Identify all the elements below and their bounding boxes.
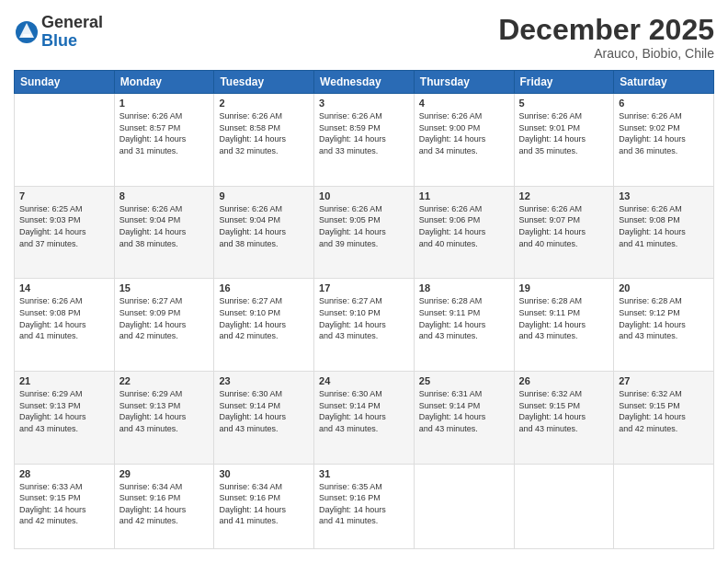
cell-info: Sunrise: 6:27 AM Sunset: 9:09 PM Dayligh… bbox=[119, 295, 210, 341]
cell-info: Sunrise: 6:26 AM Sunset: 9:08 PM Dayligh… bbox=[19, 295, 109, 341]
day-number: 4 bbox=[419, 98, 509, 109]
table-row: 2Sunrise: 6:26 AM Sunset: 8:58 PM Daylig… bbox=[214, 94, 314, 187]
header-tuesday: Tuesday bbox=[214, 71, 314, 94]
table-row: 23Sunrise: 6:30 AM Sunset: 9:14 PM Dayli… bbox=[214, 372, 314, 465]
day-number: 26 bbox=[519, 375, 609, 386]
day-number: 11 bbox=[419, 190, 509, 201]
day-number: 15 bbox=[119, 282, 210, 293]
cell-info: Sunrise: 6:29 AM Sunset: 9:13 PM Dayligh… bbox=[119, 388, 210, 434]
logo-text: General Blue bbox=[41, 14, 103, 51]
cell-info: Sunrise: 6:31 AM Sunset: 9:14 PM Dayligh… bbox=[419, 388, 509, 434]
day-number: 22 bbox=[119, 375, 210, 386]
table-row: 4Sunrise: 6:26 AM Sunset: 9:00 PM Daylig… bbox=[414, 94, 514, 187]
cell-info: Sunrise: 6:26 AM Sunset: 9:00 PM Dayligh… bbox=[419, 110, 509, 156]
table-row: 28Sunrise: 6:33 AM Sunset: 9:15 PM Dayli… bbox=[15, 464, 115, 548]
day-number: 18 bbox=[419, 282, 509, 293]
header-saturday: Saturday bbox=[614, 71, 714, 94]
day-number: 13 bbox=[619, 190, 709, 201]
table-row: 25Sunrise: 6:31 AM Sunset: 9:14 PM Dayli… bbox=[414, 372, 514, 465]
day-number: 17 bbox=[319, 282, 409, 293]
cell-info: Sunrise: 6:26 AM Sunset: 8:57 PM Dayligh… bbox=[119, 110, 210, 156]
cell-info: Sunrise: 6:26 AM Sunset: 9:02 PM Dayligh… bbox=[619, 110, 709, 156]
table-row: 31Sunrise: 6:35 AM Sunset: 9:16 PM Dayli… bbox=[314, 464, 415, 548]
day-number: 23 bbox=[219, 375, 309, 386]
day-number: 14 bbox=[19, 282, 109, 293]
logo-general: General bbox=[41, 13, 103, 31]
location-subtitle: Arauco, Biobio, Chile bbox=[498, 46, 714, 61]
cell-info: Sunrise: 6:35 AM Sunset: 9:16 PM Dayligh… bbox=[319, 481, 409, 527]
table-row: 18Sunrise: 6:28 AM Sunset: 9:11 PM Dayli… bbox=[414, 279, 514, 372]
cell-info: Sunrise: 6:33 AM Sunset: 9:15 PM Dayligh… bbox=[19, 481, 109, 527]
day-number: 8 bbox=[119, 190, 210, 201]
cell-info: Sunrise: 6:26 AM Sunset: 8:58 PM Dayligh… bbox=[219, 110, 309, 156]
table-row: 13Sunrise: 6:26 AM Sunset: 9:08 PM Dayli… bbox=[614, 186, 714, 279]
cell-info: Sunrise: 6:32 AM Sunset: 9:15 PM Dayligh… bbox=[619, 388, 709, 434]
day-number: 5 bbox=[519, 98, 609, 109]
day-number: 20 bbox=[619, 282, 709, 293]
header-thursday: Thursday bbox=[414, 71, 514, 94]
cell-info: Sunrise: 6:28 AM Sunset: 9:11 PM Dayligh… bbox=[519, 295, 609, 341]
day-number: 10 bbox=[319, 190, 409, 201]
table-row: 1Sunrise: 6:26 AM Sunset: 8:57 PM Daylig… bbox=[114, 94, 214, 187]
day-number: 28 bbox=[19, 468, 109, 479]
cell-info: Sunrise: 6:30 AM Sunset: 9:14 PM Dayligh… bbox=[219, 388, 309, 434]
table-row: 6Sunrise: 6:26 AM Sunset: 9:02 PM Daylig… bbox=[614, 94, 714, 187]
table-row: 12Sunrise: 6:26 AM Sunset: 9:07 PM Dayli… bbox=[514, 186, 614, 279]
day-number: 9 bbox=[219, 190, 309, 201]
cell-info: Sunrise: 6:26 AM Sunset: 9:07 PM Dayligh… bbox=[519, 203, 609, 249]
cell-info: Sunrise: 6:26 AM Sunset: 9:01 PM Dayligh… bbox=[519, 110, 609, 156]
table-row: 8Sunrise: 6:26 AM Sunset: 9:04 PM Daylig… bbox=[114, 186, 214, 279]
logo-icon bbox=[14, 19, 40, 45]
cell-info: Sunrise: 6:34 AM Sunset: 9:16 PM Dayligh… bbox=[219, 481, 309, 527]
cell-info: Sunrise: 6:28 AM Sunset: 9:12 PM Dayligh… bbox=[619, 295, 709, 341]
cell-info: Sunrise: 6:25 AM Sunset: 9:03 PM Dayligh… bbox=[19, 203, 109, 249]
day-number: 31 bbox=[319, 468, 409, 479]
table-row: 22Sunrise: 6:29 AM Sunset: 9:13 PM Dayli… bbox=[114, 372, 214, 465]
table-row bbox=[514, 464, 614, 548]
table-row: 17Sunrise: 6:27 AM Sunset: 9:10 PM Dayli… bbox=[314, 279, 415, 372]
day-number: 2 bbox=[219, 98, 309, 109]
calendar-page: General Blue December 2025 Arauco, Biobi… bbox=[0, 0, 728, 563]
cell-info: Sunrise: 6:27 AM Sunset: 9:10 PM Dayligh… bbox=[219, 295, 309, 341]
cell-info: Sunrise: 6:26 AM Sunset: 9:05 PM Dayligh… bbox=[319, 203, 409, 249]
day-number: 25 bbox=[419, 375, 509, 386]
table-row bbox=[614, 464, 714, 548]
page-header: General Blue December 2025 Arauco, Biobi… bbox=[14, 14, 714, 61]
day-number: 3 bbox=[319, 98, 409, 109]
logo: General Blue bbox=[14, 14, 103, 51]
cell-info: Sunrise: 6:34 AM Sunset: 9:16 PM Dayligh… bbox=[119, 481, 210, 527]
cell-info: Sunrise: 6:28 AM Sunset: 9:11 PM Dayligh… bbox=[419, 295, 509, 341]
table-row: 27Sunrise: 6:32 AM Sunset: 9:15 PM Dayli… bbox=[614, 372, 714, 465]
table-row: 5Sunrise: 6:26 AM Sunset: 9:01 PM Daylig… bbox=[514, 94, 614, 187]
header-monday: Monday bbox=[114, 71, 214, 94]
header-wednesday: Wednesday bbox=[314, 71, 415, 94]
day-number: 7 bbox=[19, 190, 109, 201]
table-row: 11Sunrise: 6:26 AM Sunset: 9:06 PM Dayli… bbox=[414, 186, 514, 279]
table-row: 21Sunrise: 6:29 AM Sunset: 9:13 PM Dayli… bbox=[15, 372, 115, 465]
table-row: 7Sunrise: 6:25 AM Sunset: 9:03 PM Daylig… bbox=[15, 186, 115, 279]
month-title: December 2025 bbox=[498, 14, 714, 46]
table-row: 10Sunrise: 6:26 AM Sunset: 9:05 PM Dayli… bbox=[314, 186, 415, 279]
cell-info: Sunrise: 6:26 AM Sunset: 8:59 PM Dayligh… bbox=[319, 110, 409, 156]
day-number: 30 bbox=[219, 468, 309, 479]
calendar-table: Sunday Monday Tuesday Wednesday Thursday… bbox=[14, 70, 714, 549]
day-number: 21 bbox=[19, 375, 109, 386]
table-row: 29Sunrise: 6:34 AM Sunset: 9:16 PM Dayli… bbox=[114, 464, 214, 548]
cell-info: Sunrise: 6:29 AM Sunset: 9:13 PM Dayligh… bbox=[19, 388, 109, 434]
cell-info: Sunrise: 6:26 AM Sunset: 9:06 PM Dayligh… bbox=[419, 203, 509, 249]
title-block: December 2025 Arauco, Biobio, Chile bbox=[498, 14, 714, 61]
table-row: 19Sunrise: 6:28 AM Sunset: 9:11 PM Dayli… bbox=[514, 279, 614, 372]
day-number: 19 bbox=[519, 282, 609, 293]
table-row: 14Sunrise: 6:26 AM Sunset: 9:08 PM Dayli… bbox=[15, 279, 115, 372]
table-row bbox=[414, 464, 514, 548]
header-sunday: Sunday bbox=[15, 71, 115, 94]
table-row bbox=[15, 94, 115, 187]
cell-info: Sunrise: 6:32 AM Sunset: 9:15 PM Dayligh… bbox=[519, 388, 609, 434]
header-friday: Friday bbox=[514, 71, 614, 94]
cell-info: Sunrise: 6:26 AM Sunset: 9:04 PM Dayligh… bbox=[119, 203, 210, 249]
table-row: 3Sunrise: 6:26 AM Sunset: 8:59 PM Daylig… bbox=[314, 94, 415, 187]
day-number: 27 bbox=[619, 375, 709, 386]
cell-info: Sunrise: 6:26 AM Sunset: 9:08 PM Dayligh… bbox=[619, 203, 709, 249]
table-row: 15Sunrise: 6:27 AM Sunset: 9:09 PM Dayli… bbox=[114, 279, 214, 372]
logo-blue: Blue bbox=[41, 31, 77, 50]
